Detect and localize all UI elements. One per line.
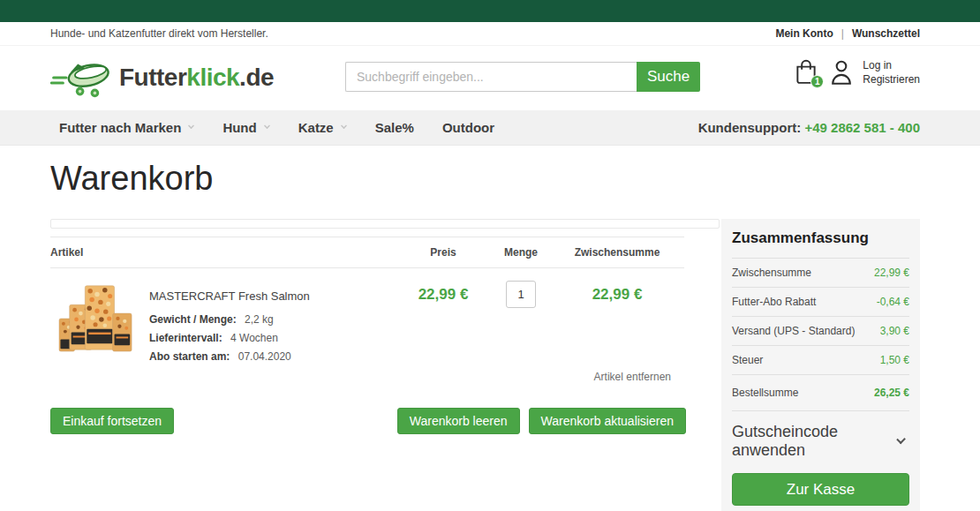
- page-title: Warenkorb: [50, 160, 920, 198]
- product-name-link[interactable]: MASTERCRAFT Fresh Salmon: [149, 289, 310, 303]
- summary-row-subtotal: Zwischensumme 22,99 €: [732, 259, 909, 288]
- site-logo[interactable]: Futterklick.de: [50, 56, 274, 99]
- attribute-value: 2,2 kg: [245, 313, 274, 326]
- col-header-zwischensumme: Zwischensumme: [550, 246, 684, 259]
- nav-item-hund[interactable]: Hund: [222, 120, 269, 135]
- logo-text-de: .de: [239, 64, 274, 91]
- topbar-links: Mein Konto | Wunschzettel: [775, 27, 920, 40]
- summary-value: 22,99 €: [874, 267, 909, 279]
- login-label: Log in: [863, 58, 920, 72]
- checkout-button[interactable]: Zur Kasse: [732, 473, 909, 506]
- summary-value: 1,50 €: [880, 354, 909, 366]
- account-button[interactable]: [829, 59, 854, 86]
- summary-label: Futter-Abo Rabatt: [732, 296, 816, 308]
- search-button[interactable]: Suche: [637, 62, 700, 92]
- my-account-link[interactable]: Mein Konto: [775, 27, 833, 40]
- clear-cart-button[interactable]: Warenkorb leeren: [397, 408, 520, 434]
- wishlist-link[interactable]: Wunschzettel: [852, 27, 920, 40]
- col-header-preis: Preis: [395, 246, 492, 259]
- voucher-label: Gutscheincode anwenden: [732, 423, 898, 460]
- attribute-value: 4 Wochen: [230, 332, 278, 344]
- nav-item-katze[interactable]: Katze: [298, 120, 347, 135]
- register-label: Registrieren: [863, 72, 920, 86]
- item-info: MASTERCRAFT Fresh Salmon Gewicht / Menge…: [50, 279, 395, 401]
- main-content: Warenkorb Artikel Preis Menge Zwischensu…: [50, 160, 920, 511]
- update-cart-button[interactable]: Warenkorb aktualisieren: [529, 408, 686, 434]
- notice-box: [50, 219, 720, 229]
- nav-label: Sale%: [375, 120, 414, 135]
- nav-items: Futter nach Marken Hund Katze Sale% Outd…: [59, 120, 494, 135]
- quantity-input[interactable]: [506, 281, 536, 308]
- summary-title: Zusammenfassung: [732, 229, 909, 259]
- top-bar: Hunde- und Katzenfutter direkt vom Herst…: [0, 22, 980, 46]
- logo-text-klick: klick: [186, 64, 239, 91]
- main-nav: Futter nach Marken Hund Katze Sale% Outd…: [0, 110, 980, 146]
- logo-text-futter: Futter: [119, 64, 186, 91]
- search-box: Suche: [345, 62, 700, 92]
- chevron-down-icon: [341, 123, 347, 129]
- product-image[interactable]: [57, 279, 137, 355]
- nav-item-sale[interactable]: Sale%: [375, 120, 414, 135]
- support-phone-link[interactable]: +49 2862 581 - 400: [804, 120, 920, 135]
- summary-row-versand: Versand (UPS - Standard) 3,90 €: [732, 317, 909, 346]
- cart-table-header: Artikel Preis Menge Zwischensumme: [50, 237, 684, 268]
- logo-cart-icon: [50, 56, 114, 99]
- summary-label: Zwischensumme: [732, 267, 811, 279]
- attribute-weight: Gewicht / Menge: 2,2 kg: [149, 313, 310, 326]
- support-label: Kundensupport:: [698, 120, 802, 135]
- attribute-label: Abo starten am:: [149, 350, 230, 363]
- cart-column: Artikel Preis Menge Zwischensumme: [50, 219, 720, 434]
- remove-item-link[interactable]: Artikel entfernen: [594, 371, 671, 383]
- customer-support: Kundensupport: +49 2862 581 - 400: [698, 120, 920, 135]
- col-header-artikel: Artikel: [50, 246, 395, 259]
- tagline: Hunde- und Katzenfutter direkt vom Herst…: [50, 27, 268, 40]
- summary-total-value: 26,25 €: [874, 387, 909, 399]
- voucher-toggle[interactable]: Gutscheincode anwenden: [732, 411, 909, 473]
- summary-row-total: Bestellsumme 26,25 €: [732, 375, 909, 411]
- attribute-label: Gewicht / Menge:: [149, 313, 237, 326]
- link-separator: |: [841, 27, 844, 40]
- summary-panel: Zusammenfassung Zwischensumme 22,99 € Fu…: [721, 219, 920, 511]
- product-details: MASTERCRAFT Fresh Salmon Gewicht / Menge…: [149, 279, 310, 401]
- attribute-interval: Lieferintervall: 4 Wochen: [149, 332, 310, 344]
- quantity-cell: [492, 279, 550, 401]
- item-price: 22,99 €: [395, 279, 492, 401]
- cart-count-badge: 1: [810, 75, 824, 88]
- logo-wordmark: Futterklick.de: [119, 64, 274, 92]
- person-icon: [829, 59, 854, 86]
- attribute-value: 07.04.2020: [238, 350, 291, 363]
- summary-total-label: Bestellsumme: [732, 387, 798, 399]
- top-green-strip: [0, 0, 980, 22]
- chevron-down-icon: [188, 123, 194, 129]
- account-area: 1 Log in Registrieren: [794, 58, 920, 86]
- search-input[interactable]: [345, 62, 637, 92]
- nav-item-outdoor[interactable]: Outdoor: [442, 120, 494, 135]
- login-register-link[interactable]: Log in Registrieren: [863, 58, 920, 86]
- attribute-abo-start: Abo starten am: 07.04.2020: [149, 350, 310, 363]
- chevron-down-icon: [264, 123, 270, 129]
- continue-shopping-button[interactable]: Einkauf fortsetzen: [50, 408, 174, 434]
- nav-label: Outdoor: [442, 120, 494, 135]
- nav-item-futter-nach-marken[interactable]: Futter nach Marken: [59, 120, 194, 135]
- cart-actions: Einkauf fortsetzen Warenkorb leeren Ware…: [50, 408, 686, 434]
- col-header-menge: Menge: [492, 246, 550, 259]
- summary-row-rabatt: Futter-Abo Rabatt -0,64 €: [732, 288, 909, 317]
- nav-label: Hund: [222, 120, 256, 135]
- nav-label: Katze: [298, 120, 334, 135]
- cart-item-row: MASTERCRAFT Fresh Salmon Gewicht / Menge…: [50, 268, 684, 401]
- attribute-label: Lieferintervall:: [149, 332, 222, 344]
- cart-button[interactable]: 1: [794, 58, 820, 86]
- summary-value: -0,64 €: [877, 296, 909, 308]
- summary-value: 3,90 €: [880, 325, 909, 337]
- nav-label: Futter nach Marken: [59, 120, 181, 135]
- summary-label: Steuer: [732, 354, 763, 366]
- summary-label: Versand (UPS - Standard): [732, 325, 855, 337]
- cart-table: Artikel Preis Menge Zwischensumme: [50, 237, 684, 401]
- site-header: Futterklick.de Suche 1 Log in Registrier…: [0, 46, 980, 110]
- summary-row-steuer: Steuer 1,50 €: [732, 346, 909, 375]
